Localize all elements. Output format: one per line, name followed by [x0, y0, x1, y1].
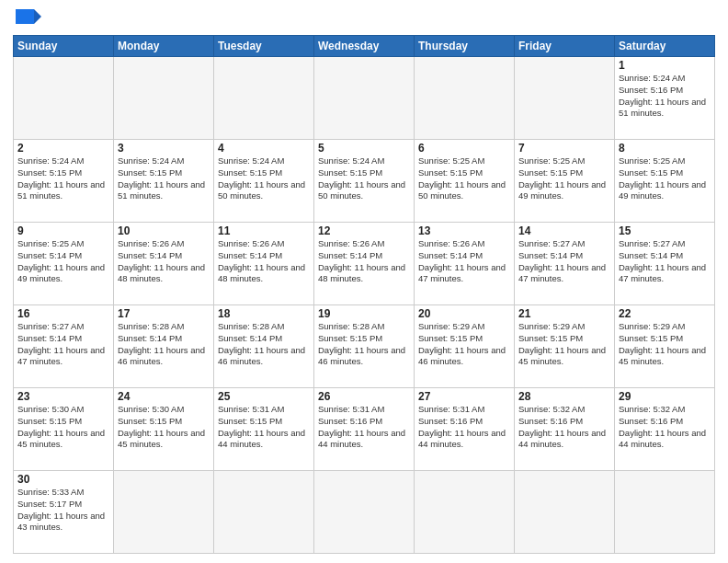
day-header-tuesday: Tuesday [214, 36, 314, 57]
calendar-cell: 20Sunrise: 5:29 AM Sunset: 5:15 PM Dayli… [415, 305, 515, 388]
calendar-cell: 26Sunrise: 5:31 AM Sunset: 5:16 PM Dayli… [314, 388, 415, 471]
cell-info: Sunrise: 5:26 AM Sunset: 5:14 PM Dayligh… [118, 238, 210, 285]
cell-info: Sunrise: 5:26 AM Sunset: 5:14 PM Dayligh… [418, 238, 510, 285]
day-number: 17 [118, 307, 210, 320]
cell-info: Sunrise: 5:24 AM Sunset: 5:16 PM Dayligh… [619, 73, 711, 120]
calendar-cell: 23Sunrise: 5:30 AM Sunset: 5:15 PM Dayli… [14, 388, 114, 471]
cell-info: Sunrise: 5:28 AM Sunset: 5:14 PM Dayligh… [218, 321, 310, 368]
calendar-cell: 29Sunrise: 5:32 AM Sunset: 5:16 PM Dayli… [615, 388, 715, 471]
day-number: 7 [518, 142, 610, 155]
calendar-cell: 21Sunrise: 5:29 AM Sunset: 5:15 PM Dayli… [515, 305, 615, 388]
calendar-cell: 18Sunrise: 5:28 AM Sunset: 5:14 PM Dayli… [214, 305, 314, 388]
calendar-cell [314, 57, 415, 140]
day-number: 6 [418, 142, 510, 155]
day-number: 26 [318, 390, 410, 403]
cell-info: Sunrise: 5:29 AM Sunset: 5:15 PM Dayligh… [418, 321, 510, 368]
calendar-cell [515, 57, 615, 140]
calendar-cell: 25Sunrise: 5:31 AM Sunset: 5:15 PM Dayli… [214, 388, 314, 471]
calendar-cell: 13Sunrise: 5:26 AM Sunset: 5:14 PM Dayli… [415, 223, 515, 305]
cell-info: Sunrise: 5:25 AM Sunset: 5:14 PM Dayligh… [17, 238, 109, 285]
cell-info: Sunrise: 5:26 AM Sunset: 5:14 PM Dayligh… [218, 238, 310, 285]
calendar-cell: 27Sunrise: 5:31 AM Sunset: 5:16 PM Dayli… [415, 388, 515, 471]
day-header-saturday: Saturday [615, 36, 715, 57]
calendar-cell [114, 471, 214, 554]
cell-info: Sunrise: 5:29 AM Sunset: 5:15 PM Dayligh… [619, 321, 711, 368]
day-number: 21 [518, 307, 610, 320]
header [13, 9, 715, 29]
day-header-wednesday: Wednesday [314, 36, 415, 57]
calendar-cell: 19Sunrise: 5:28 AM Sunset: 5:15 PM Dayli… [314, 305, 415, 388]
cell-info: Sunrise: 5:28 AM Sunset: 5:14 PM Dayligh… [118, 321, 210, 368]
calendar-cell [515, 471, 615, 554]
day-number: 25 [218, 390, 310, 403]
cell-info: Sunrise: 5:30 AM Sunset: 5:15 PM Dayligh… [118, 404, 210, 451]
generalblue-icon [16, 9, 41, 29]
cell-info: Sunrise: 5:27 AM Sunset: 5:14 PM Dayligh… [619, 238, 711, 285]
cell-info: Sunrise: 5:32 AM Sunset: 5:16 PM Dayligh… [619, 404, 711, 451]
day-number: 24 [118, 390, 210, 403]
calendar-cell: 4Sunrise: 5:24 AM Sunset: 5:15 PM Daylig… [214, 140, 314, 223]
calendar-week-0: 1Sunrise: 5:24 AM Sunset: 5:16 PM Daylig… [14, 57, 715, 140]
calendar-week-1: 2Sunrise: 5:24 AM Sunset: 5:15 PM Daylig… [14, 140, 715, 223]
calendar-cell: 9Sunrise: 5:25 AM Sunset: 5:14 PM Daylig… [14, 223, 114, 305]
calendar-cell: 7Sunrise: 5:25 AM Sunset: 5:15 PM Daylig… [515, 140, 615, 223]
day-number: 16 [17, 307, 109, 320]
cell-info: Sunrise: 5:29 AM Sunset: 5:15 PM Dayligh… [518, 321, 610, 368]
cell-info: Sunrise: 5:25 AM Sunset: 5:15 PM Dayligh… [518, 155, 610, 202]
calendar-cell [114, 57, 214, 140]
day-number: 9 [17, 224, 109, 237]
day-number: 15 [619, 224, 711, 237]
cell-info: Sunrise: 5:26 AM Sunset: 5:14 PM Dayligh… [318, 238, 410, 285]
cell-info: Sunrise: 5:25 AM Sunset: 5:15 PM Dayligh… [418, 155, 510, 202]
cell-info: Sunrise: 5:27 AM Sunset: 5:14 PM Dayligh… [518, 238, 610, 285]
day-number: 8 [619, 142, 711, 155]
logo [13, 9, 41, 29]
day-number: 30 [17, 473, 109, 486]
day-number: 22 [619, 307, 711, 320]
calendar-cell: 17Sunrise: 5:28 AM Sunset: 5:14 PM Dayli… [114, 305, 214, 388]
cell-info: Sunrise: 5:28 AM Sunset: 5:15 PM Dayligh… [318, 321, 410, 368]
calendar-week-2: 9Sunrise: 5:25 AM Sunset: 5:14 PM Daylig… [14, 223, 715, 305]
calendar-cell: 3Sunrise: 5:24 AM Sunset: 5:15 PM Daylig… [114, 140, 214, 223]
day-number: 2 [17, 142, 109, 155]
calendar-cell: 10Sunrise: 5:26 AM Sunset: 5:14 PM Dayli… [114, 223, 214, 305]
day-number: 11 [218, 224, 310, 237]
cell-info: Sunrise: 5:32 AM Sunset: 5:16 PM Dayligh… [518, 404, 610, 451]
cell-info: Sunrise: 5:31 AM Sunset: 5:16 PM Dayligh… [418, 404, 510, 451]
day-number: 29 [619, 390, 711, 403]
day-number: 13 [418, 224, 510, 237]
calendar-cell: 30Sunrise: 5:33 AM Sunset: 5:17 PM Dayli… [14, 471, 114, 554]
day-number: 12 [318, 224, 410, 237]
calendar-cell: 2Sunrise: 5:24 AM Sunset: 5:15 PM Daylig… [14, 140, 114, 223]
calendar-header-row: SundayMondayTuesdayWednesdayThursdayFrid… [14, 36, 715, 57]
day-number: 27 [418, 390, 510, 403]
calendar-cell [214, 57, 314, 140]
day-number: 3 [118, 142, 210, 155]
day-number: 4 [218, 142, 310, 155]
calendar-cell: 1Sunrise: 5:24 AM Sunset: 5:16 PM Daylig… [615, 57, 715, 140]
logo-area [13, 9, 41, 29]
cell-info: Sunrise: 5:24 AM Sunset: 5:15 PM Dayligh… [218, 155, 310, 202]
day-header-monday: Monday [114, 36, 214, 57]
calendar-table: SundayMondayTuesdayWednesdayThursdayFrid… [13, 35, 715, 554]
calendar-cell: 5Sunrise: 5:24 AM Sunset: 5:15 PM Daylig… [314, 140, 415, 223]
cell-info: Sunrise: 5:24 AM Sunset: 5:15 PM Dayligh… [118, 155, 210, 202]
calendar-cell [314, 471, 415, 554]
cell-info: Sunrise: 5:31 AM Sunset: 5:16 PM Dayligh… [318, 404, 410, 451]
cell-info: Sunrise: 5:33 AM Sunset: 5:17 PM Dayligh… [17, 487, 109, 534]
day-number: 18 [218, 307, 310, 320]
day-header-thursday: Thursday [415, 36, 515, 57]
calendar-cell: 22Sunrise: 5:29 AM Sunset: 5:15 PM Dayli… [615, 305, 715, 388]
calendar-cell [14, 57, 114, 140]
page: SundayMondayTuesdayWednesdayThursdayFrid… [0, 0, 728, 563]
calendar-cell [415, 471, 515, 554]
calendar-cell: 11Sunrise: 5:26 AM Sunset: 5:14 PM Dayli… [214, 223, 314, 305]
calendar-cell: 16Sunrise: 5:27 AM Sunset: 5:14 PM Dayli… [14, 305, 114, 388]
calendar-cell [615, 471, 715, 554]
cell-info: Sunrise: 5:24 AM Sunset: 5:15 PM Dayligh… [318, 155, 410, 202]
calendar-cell [415, 57, 515, 140]
calendar-week-5: 30Sunrise: 5:33 AM Sunset: 5:17 PM Dayli… [14, 471, 715, 554]
day-number: 1 [619, 59, 711, 72]
day-number: 19 [318, 307, 410, 320]
cell-info: Sunrise: 5:24 AM Sunset: 5:15 PM Dayligh… [17, 155, 109, 202]
